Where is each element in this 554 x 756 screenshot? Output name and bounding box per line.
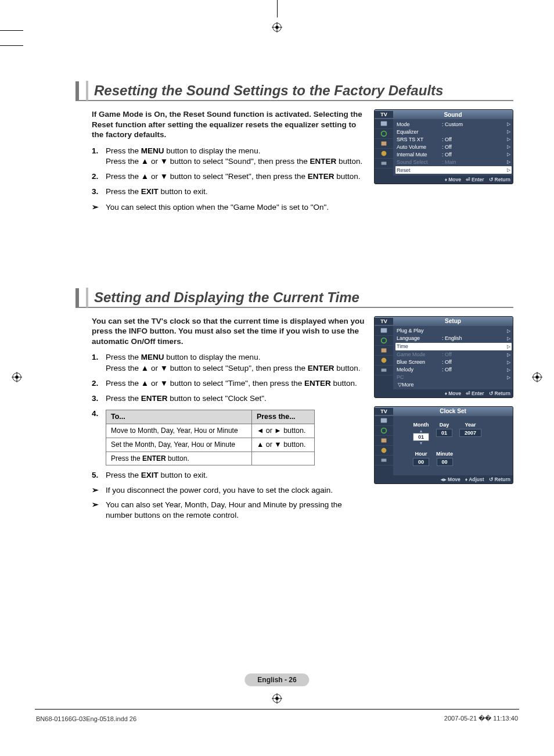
osd-title: Clock Set (393, 408, 513, 414)
svg-rect-23 (382, 348, 387, 352)
osd-more-indicator: ▽More (397, 381, 510, 388)
table-cell: Move to Month, Day, Year, Hou or Minute (106, 424, 252, 438)
osd-clockset-panel: TV Clock Set (374, 406, 513, 484)
svg-point-17 (382, 131, 387, 137)
osd-row: Equalizer▷ (397, 128, 510, 135)
step-number: 1. (92, 352, 106, 373)
osd-setup-icon (375, 446, 393, 456)
osd-row: Mode: Custom▷ (397, 120, 510, 128)
osd-move-hint: ◂▸ Move (441, 476, 461, 482)
step-text: Press the ▲ or ▼ button to select "Reset… (106, 171, 368, 182)
osd-picture-icon (375, 326, 393, 336)
svg-rect-20 (382, 162, 387, 164)
step-text: Press the ▲ or ▼ button to select "Time"… (106, 378, 368, 389)
step-text: Press the EXIT button to exit. (106, 470, 368, 481)
svg-point-29 (382, 447, 387, 453)
osd-move-hint: ♦ Move (445, 177, 461, 182)
step-text: Press the ENTER button to select "Clock … (106, 393, 368, 404)
section-title: Resetting the Sound Settings to the Fact… (94, 83, 443, 99)
osd-input-icon (375, 159, 393, 169)
clock-buttons-table: To... Press the... Move to Month, Day, Y… (106, 410, 315, 465)
step-number: 3. (92, 187, 106, 197)
section-title: Setting and Displaying the Current Time (94, 289, 359, 306)
clock-year-field: Year 2007 (459, 422, 481, 445)
svg-rect-26 (381, 418, 387, 422)
page-badge: English - 26 (244, 673, 309, 686)
registration-mark-icon (12, 372, 22, 382)
osd-adjust-hint: ♦ Adjust (465, 476, 484, 482)
osd-sound-icon (375, 426, 393, 436)
osd-input-icon (375, 456, 393, 465)
osd-title: Sound (393, 112, 513, 118)
svg-rect-21 (381, 328, 387, 332)
osd-sound-icon (375, 129, 393, 139)
registration-mark-icon (272, 693, 282, 704)
svg-point-27 (382, 428, 387, 433)
svg-point-22 (382, 338, 387, 343)
osd-channel-icon (375, 346, 393, 356)
osd-tv-badge: TV (375, 408, 393, 415)
note-text: If you disconnect the power cord, you ha… (106, 485, 368, 496)
svg-point-19 (382, 151, 387, 156)
section-reset-sound: Resetting the Sound Settings to the Fact… (75, 81, 513, 213)
table-header: To... (106, 410, 252, 424)
osd-row: Internal Mute: Off▷ (397, 151, 510, 158)
note-arrow-icon: ➢ (92, 485, 106, 496)
step-number: 1. (92, 146, 106, 167)
osd-row: PC▷ (397, 374, 510, 381)
osd-row: SRS TS XT: Off▷ (397, 135, 510, 143)
section-set-time: Setting and Displaying the Current Time … (75, 288, 513, 521)
osd-row: Time▷ (395, 343, 512, 350)
registration-mark-icon (532, 372, 542, 382)
step-number: 5. (92, 470, 106, 481)
step-text: Press the MENU button to display the men… (106, 146, 368, 167)
chevron-up-icon: ▲ (413, 429, 429, 433)
osd-row: Language: English▷ (397, 335, 510, 342)
osd-tv-badge: TV (375, 318, 393, 325)
osd-return-hint: ↺ Return (489, 177, 510, 182)
osd-tv-badge: TV (375, 111, 393, 118)
clock-month-field: Month ▲ 01 ▼ (413, 422, 429, 445)
svg-rect-25 (382, 368, 387, 371)
osd-picture-icon (375, 416, 393, 426)
note-arrow-icon: ➢ (92, 202, 106, 213)
svg-point-24 (382, 357, 387, 363)
osd-return-hint: ↺ Return (489, 476, 510, 482)
step-number: 4. (92, 409, 106, 465)
table-header: Press the... (251, 410, 314, 424)
step-text: Press the EXIT button to exit. (106, 187, 368, 197)
clock-hour-field: Hour 00 (413, 451, 429, 466)
chevron-down-icon: ▼ (413, 441, 429, 445)
intro-text: You can set the TV's clock so that the c… (92, 316, 368, 347)
step-number: 3. (92, 393, 106, 404)
osd-row: Sound Select: Main▷ (397, 158, 510, 166)
osd-row: Reset▷ (395, 166, 512, 174)
step-text: Press the MENU button to display the men… (106, 352, 368, 373)
note-text: You can select this option when the "Gam… (106, 202, 368, 213)
svg-rect-16 (381, 121, 387, 126)
osd-picture-icon (375, 119, 393, 129)
svg-rect-18 (382, 142, 387, 146)
clock-day-field: Day 01 (436, 422, 452, 445)
osd-sound-icon (375, 336, 393, 346)
osd-enter-hint: ⏎ Enter (466, 390, 484, 396)
osd-move-hint: ♦ Move (445, 390, 461, 396)
table-cell: Press the ENTER button. (106, 452, 252, 465)
osd-setup-icon (375, 356, 393, 366)
svg-rect-30 (382, 458, 387, 461)
osd-setup-panel: TV Setup Plug (374, 316, 513, 398)
note-text: You can also set Year, Month, Day, Hour … (106, 500, 368, 521)
osd-row: Blue Screen: Off▷ (397, 359, 510, 366)
table-cell: ◄ or ► button. (251, 424, 314, 438)
osd-row: Melody: Off▷ (397, 366, 510, 374)
osd-return-hint: ↺ Return (489, 390, 510, 396)
clock-minute-field: Minute 00 (436, 451, 453, 466)
step-text: To... Press the... Move to Month, Day, Y… (106, 409, 368, 465)
step-number: 2. (92, 171, 106, 182)
registration-mark-icon (272, 22, 282, 33)
intro-text: If Game Mode is On, the Reset Sound func… (92, 109, 368, 140)
table-cell: Set the Month, Day, Year, Hou or Minute (106, 438, 252, 452)
footer-timestamp: 2007-05-21 �� 11:13:40 (444, 715, 518, 722)
osd-input-icon (375, 366, 393, 375)
osd-row: Auto Volume: Off▷ (397, 143, 510, 151)
